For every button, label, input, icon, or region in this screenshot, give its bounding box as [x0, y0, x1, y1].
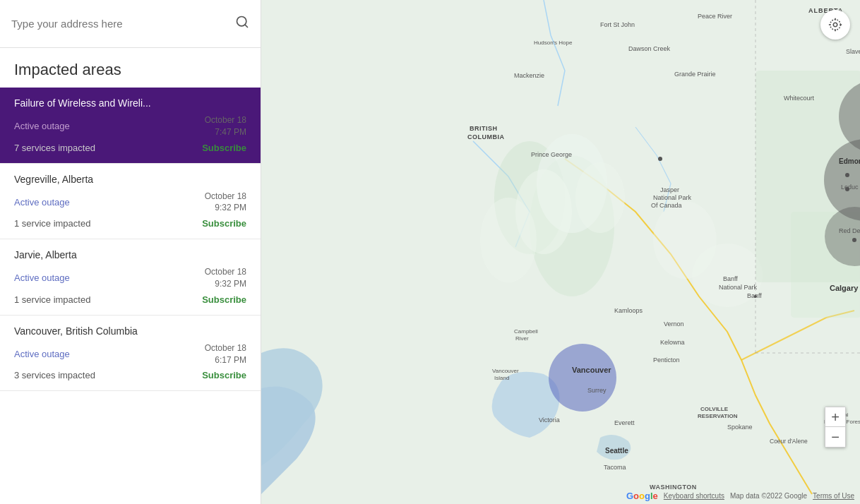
svg-text:National Park: National Park: [719, 284, 758, 291]
svg-text:Banff: Banff: [723, 275, 738, 282]
outage-item[interactable]: Vancouver, British Columbia Active outag…: [0, 316, 261, 392]
svg-text:Tacoma: Tacoma: [604, 464, 626, 471]
search-input[interactable]: [11, 18, 235, 30]
svg-text:National Park: National Park: [653, 194, 692, 201]
outage-footer: 1 service impacted Subscribe: [14, 218, 246, 229]
svg-text:Banff: Banff: [747, 292, 762, 299]
svg-text:River: River: [515, 335, 529, 342]
svg-text:Penticton: Penticton: [653, 356, 680, 364]
zoom-out-button[interactable]: −: [825, 427, 845, 447]
outage-item[interactable]: Failure of Wireless and Wireli... Active…: [0, 88, 261, 164]
svg-point-82: [830, 20, 841, 30]
outage-item[interactable]: Vegreville, Alberta Active outage Octobe…: [0, 164, 261, 240]
outage-services: 1 service impacted: [14, 218, 90, 229]
svg-point-81: [833, 23, 837, 27]
outage-meta: Active outage October 186:17 PM: [14, 342, 246, 366]
google-logo: Google: [626, 491, 658, 501]
outage-footer: 3 services impacted Subscribe: [14, 370, 246, 380]
svg-text:Mackenzie: Mackenzie: [514, 72, 544, 79]
map-zoom-controls: + −: [825, 407, 846, 448]
svg-point-7: [575, 162, 625, 233]
outage-date: October 186:17 PM: [205, 342, 246, 366]
svg-text:Of Canada: Of Canada: [651, 202, 682, 209]
svg-text:Vancouver: Vancouver: [572, 366, 611, 374]
svg-line-1: [245, 25, 248, 28]
map-data-credit: Map data ©2022 Google: [730, 492, 807, 500]
svg-text:Whitecourt: Whitecourt: [784, 95, 815, 102]
svg-text:Coeur d'Alene: Coeur d'Alene: [770, 438, 808, 445]
outage-meta: Active outage October 189:32 PM: [14, 266, 246, 290]
svg-point-22: [852, 238, 856, 242]
svg-point-10: [480, 198, 537, 282]
search-bar: [0, 0, 261, 48]
outage-list: Failure of Wireless and Wireli... Active…: [0, 88, 261, 504]
svg-text:WASHINGTON: WASHINGTON: [650, 484, 697, 491]
svg-text:Peace River: Peace River: [698, 13, 732, 20]
impacted-areas-title: Impacted areas: [0, 48, 261, 88]
outage-item[interactable]: Jarvie, Alberta Active outage October 18…: [0, 239, 261, 316]
svg-text:Victoria: Victoria: [539, 416, 560, 424]
svg-text:Red Deer: Red Deer: [839, 227, 860, 234]
map-footer: Google Keyboard shortcuts Map data ©2022…: [626, 491, 854, 501]
subscribe-button[interactable]: Subscribe: [202, 143, 246, 153]
svg-text:Prince George: Prince George: [531, 151, 572, 158]
outage-status: Active outage: [14, 349, 70, 359]
outage-date: October 189:32 PM: [205, 191, 246, 215]
keyboard-shortcuts-link[interactable]: Keyboard shortcuts: [664, 492, 724, 500]
svg-text:COLVILLE: COLVILLE: [700, 406, 729, 412]
outage-name: Failure of Wireless and Wireli...: [14, 97, 246, 109]
subscribe-button[interactable]: Subscribe: [202, 370, 246, 380]
svg-text:COLUMBIA: COLUMBIA: [467, 133, 505, 140]
subscribe-button[interactable]: Subscribe: [202, 218, 246, 229]
svg-text:Leduc: Leduc: [841, 184, 859, 191]
outage-name: Vegreville, Alberta: [14, 174, 246, 185]
map-container: Fort St John Peace River ALBERTA Hudson'…: [261, 0, 860, 504]
outage-name: Vancouver, British Columbia: [14, 325, 246, 337]
svg-text:Surrey: Surrey: [587, 387, 607, 394]
zoom-in-button[interactable]: +: [825, 407, 845, 427]
outage-status: Active outage: [14, 121, 70, 131]
outage-services: 1 service impacted: [14, 294, 90, 305]
svg-text:Jasper: Jasper: [660, 186, 679, 193]
svg-text:Vernon: Vernon: [664, 320, 684, 328]
svg-text:Seattle: Seattle: [605, 447, 628, 455]
outage-meta: Active outage October 189:32 PM: [14, 191, 246, 215]
svg-text:Kelowna: Kelowna: [660, 339, 685, 346]
svg-text:BRITISH: BRITISH: [470, 125, 498, 132]
svg-text:Edmonton: Edmonton: [839, 157, 860, 165]
svg-text:Calgary: Calgary: [830, 284, 859, 292]
svg-text:Everett: Everett: [614, 419, 635, 426]
outage-date: October 187:47 PM: [205, 114, 246, 138]
outage-status: Active outage: [14, 197, 70, 208]
outage-services: 7 services impacted: [14, 143, 95, 153]
svg-point-19: [658, 157, 662, 161]
search-icon[interactable]: [235, 15, 249, 32]
svg-text:Grande Prairie: Grande Prairie: [674, 71, 716, 78]
svg-text:Island: Island: [494, 375, 509, 381]
svg-text:RESERVATION: RESERVATION: [698, 413, 738, 419]
outage-footer: 1 service impacted Subscribe: [14, 294, 246, 305]
outage-footer: 7 services impacted Subscribe: [14, 143, 246, 153]
outage-status: Active outage: [14, 272, 70, 283]
terms-of-use-link[interactable]: Terms of Use: [813, 492, 854, 500]
svg-point-15: [549, 344, 616, 412]
svg-text:Slave Lake: Slave Lake: [846, 48, 860, 55]
svg-text:Hudson's Hope: Hudson's Hope: [534, 40, 573, 46]
outage-meta: Active outage October 187:47 PM: [14, 114, 246, 138]
svg-point-20: [845, 173, 849, 177]
left-panel: Impacted areas Failure of Wireless and W…: [0, 0, 261, 504]
svg-text:Kamloops: Kamloops: [614, 307, 643, 314]
outage-name: Jarvie, Alberta: [14, 249, 246, 260]
outage-services: 3 services impacted: [14, 370, 95, 380]
subscribe-button[interactable]: Subscribe: [202, 294, 246, 305]
svg-text:Fort St John: Fort St John: [600, 21, 635, 28]
svg-text:Dawson Creek: Dawson Creek: [628, 45, 671, 52]
svg-text:Vancouver: Vancouver: [492, 368, 519, 374]
location-button[interactable]: [820, 10, 850, 40]
svg-text:Campbell: Campbell: [514, 328, 538, 335]
svg-text:Spokane: Spokane: [727, 424, 753, 431]
outage-date: October 189:32 PM: [205, 266, 246, 290]
